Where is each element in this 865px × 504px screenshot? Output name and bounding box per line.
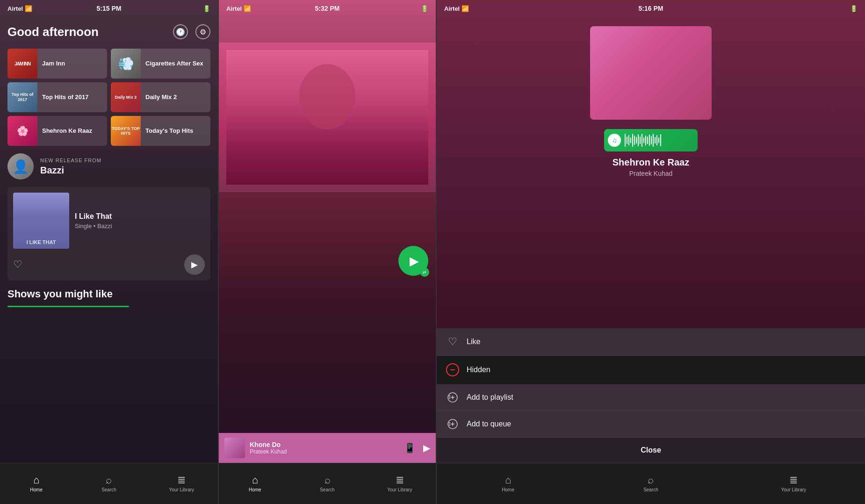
playlist-label-shehron: Shehron Ke Raaz: [37, 127, 97, 135]
bar12: [645, 136, 646, 145]
bar16: [653, 134, 654, 147]
playlist-card-dailymix[interactable]: Daily Mix 2 Daily Mix 2: [111, 82, 210, 112]
nav-search[interactable]: ⌕ Search: [72, 463, 145, 504]
phone2: Airtel 📶 5:32 PM 🔋 ‹ Shehron Ke Raaz Pra…: [218, 0, 436, 504]
shehron-icon: 🌸: [17, 125, 29, 137]
shows-section-title: Shows you might like: [7, 288, 210, 300]
playlist-card-todaystop[interactable]: TODAY'S TOP HITS Today's Top Hits: [111, 116, 210, 146]
song-info: I Like That Single • Bazzi: [75, 212, 205, 230]
hidden-menu-label: Hidden: [467, 366, 490, 374]
p2-nav-home[interactable]: ⌂ Home: [219, 463, 291, 504]
p3-nav-home[interactable]: ⌂ Home: [437, 463, 579, 504]
playlist-card-cigs[interactable]: 💨 Cigarettes After Sex: [111, 49, 210, 79]
np-play-icon[interactable]: ▶: [423, 442, 430, 454]
now-playing-bar[interactable]: Khone Do Prateek Kuhad 📱 ▶: [219, 433, 436, 463]
home-greeting: Good afternoon: [7, 25, 99, 39]
add-playlist-icon: [446, 392, 459, 403]
status-right: 🔋: [203, 5, 210, 12]
p3-nav-search[interactable]: ⌕ Search: [579, 463, 722, 504]
context-song-header: ♫: [437, 17, 865, 187]
menu-item-add-playlist[interactable]: Add to playlist: [437, 384, 865, 411]
bar10: [642, 134, 642, 147]
playlist-grid-row3: 🌸 Shehron Ke Raaz TODAY'S TOP HITS Today…: [7, 116, 210, 146]
new-release-label: NEW RELEASE FROM: [40, 158, 101, 163]
phone1-status-bar: Airtel 📶 5:15 PM 🔋: [0, 0, 218, 17]
p3-home-icon: ⌂: [505, 475, 511, 485]
menu-item-add-queue[interactable]: Add to queue: [437, 411, 865, 438]
playlist-grid-row1: JAM INN Jam Inn 💨 Cigarettes After Sex: [7, 49, 210, 79]
playlist-grid-row2: Top Hits of 2017 Top Hits of 2017 Daily …: [7, 82, 210, 112]
like-button[interactable]: ♡: [13, 259, 22, 271]
menu-item-like[interactable]: ♡ Like: [437, 328, 865, 356]
np-info: Khone Do Prateek Kuhad: [250, 441, 399, 455]
p3-time: 5:16 PM: [639, 5, 663, 12]
shuffle-indicator: ⇌: [420, 267, 429, 277]
p3-nav-library[interactable]: ≣ Your Library: [722, 463, 865, 504]
np-thumbnail: [224, 438, 245, 458]
add-queue-icon: [446, 418, 459, 430]
nav-library[interactable]: ≣ Your Library: [145, 463, 218, 504]
spotify-s-icon: ♫: [612, 137, 617, 144]
album-gradient: [226, 50, 428, 185]
close-button-row[interactable]: Close: [437, 438, 865, 463]
bar13: [647, 137, 648, 144]
song-card-inner: I LIKE THAT I Like That Single • Bazzi: [7, 187, 210, 254]
playlist-card-shehron[interactable]: 🌸 Shehron Ke Raaz: [7, 116, 107, 146]
p3-wifi-icon: 📶: [461, 5, 469, 12]
p3-status-right: 🔋: [850, 5, 858, 12]
p2-time: 5:32 PM: [315, 5, 340, 12]
playlist-label-tophits: Top Hits of 2017: [37, 94, 93, 101]
like-menu-icon: ♡: [446, 336, 459, 348]
search-icon: ⌕: [106, 475, 112, 485]
playlist-thumb-jaminn: JAM INN: [7, 49, 37, 79]
phone3-status-bar: Airtel 📶 5:16 PM 🔋: [437, 0, 865, 17]
close-label: Close: [641, 446, 661, 454]
song-card-ilike[interactable]: I LIKE THAT I Like That Single • Bazzi ♡…: [7, 187, 210, 281]
album-hero-image: [219, 43, 436, 192]
playlist-card-tophits[interactable]: Top Hits of 2017 Top Hits of 2017: [7, 82, 107, 112]
p2-library-icon: ≣: [396, 475, 404, 485]
connect-devices-icon[interactable]: 📱: [404, 442, 416, 454]
phone3-main-content: ♫: [437, 17, 865, 463]
phone2-status-bar: Airtel 📶 5:32 PM 🔋: [219, 0, 436, 17]
p2-nav-library[interactable]: ≣ Your Library: [363, 463, 436, 504]
p2-wifi-icon: 📶: [244, 5, 251, 12]
np-controls: 📱 ▶: [404, 442, 430, 454]
artist-avatar-icon: 👤: [13, 159, 29, 174]
library-icon: ≣: [177, 475, 186, 485]
np-title: Khone Do: [250, 441, 399, 448]
p2-status-left: Airtel 📶: [226, 5, 251, 12]
p3-status-left: Airtel 📶: [444, 5, 469, 12]
add-playlist-menu-label: Add to playlist: [467, 393, 513, 402]
album-play-button[interactable]: ▶ ⇌: [398, 246, 428, 276]
context-art-inner: [590, 26, 712, 120]
np-artist: Prateek Kuhad: [250, 448, 399, 455]
carrier-text: Airtel: [7, 5, 23, 12]
bar2: [627, 137, 627, 144]
p3-nav-home-label: Home: [502, 487, 514, 492]
hidden-circle-icon: −: [446, 363, 459, 376]
p2-carrier: Airtel: [226, 5, 242, 12]
home-header: Good afternoon 🕐 ⚙: [7, 24, 210, 39]
p2-nav-search[interactable]: ⌕ Search: [291, 463, 364, 504]
home-icon: ⌂: [33, 475, 39, 485]
playlist-thumb-todaystop: TODAY'S TOP HITS: [111, 116, 141, 146]
p3-library-icon: ≣: [789, 475, 798, 485]
playlist-card-jaminn[interactable]: JAM INN Jam Inn: [7, 49, 107, 79]
face-shape: [299, 64, 355, 130]
settings-button[interactable]: ⚙: [195, 24, 210, 39]
context-album-art: [590, 26, 712, 120]
context-song-title: Shehron Ke Raaz: [613, 157, 689, 168]
p2-status-right: 🔋: [421, 5, 428, 12]
phone3: Airtel 📶 5:16 PM 🔋 ♫: [436, 0, 865, 504]
bar20: [660, 134, 661, 147]
bar11: [643, 137, 644, 144]
menu-item-hidden[interactable]: − Hidden: [437, 356, 865, 384]
bar15: [651, 136, 652, 144]
phone1: Airtel 📶 5:15 PM 🔋 Good afternoon 🕐 ⚙: [0, 0, 218, 504]
play-button[interactable]: ▶: [184, 254, 205, 275]
history-button[interactable]: 🕐: [173, 24, 188, 39]
like-menu-label: Like: [467, 338, 480, 346]
nav-home[interactable]: ⌂ Home: [0, 463, 72, 504]
add-queue-menu-label: Add to queue: [467, 420, 511, 428]
